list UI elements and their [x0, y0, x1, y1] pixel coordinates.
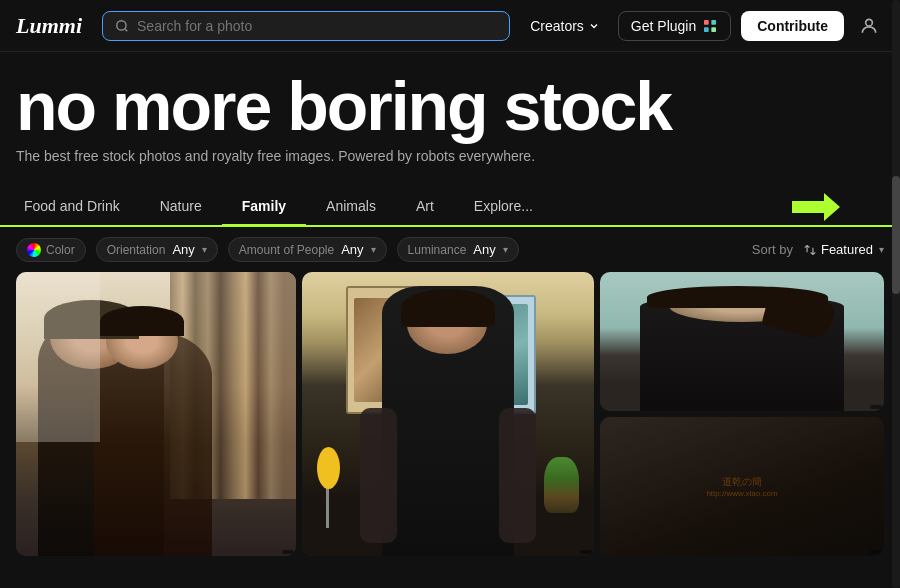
svg-rect-3 — [712, 20, 717, 25]
photo-watermark-4 — [870, 550, 882, 554]
color-circle-icon — [27, 243, 41, 257]
scrollbar-thumb[interactable] — [892, 176, 900, 294]
scrollbar[interactable] — [892, 0, 900, 588]
green-arrow — [792, 193, 840, 221]
hero-subtitle: The best free stock photos and royalty f… — [16, 148, 884, 164]
tab-food-drink[interactable]: Food and Drink — [4, 188, 140, 227]
svg-rect-5 — [712, 27, 717, 32]
right-column: 道乾の簡 http://www.xlao.com — [600, 272, 884, 556]
tab-animals[interactable]: Animals — [306, 188, 396, 227]
user-icon[interactable] — [854, 11, 884, 41]
people-filter[interactable]: Amount of People Any ▾ — [228, 237, 387, 262]
svg-line-1 — [125, 28, 128, 31]
plugin-icon — [702, 18, 718, 34]
hero-title: no more boring stock — [16, 72, 884, 140]
photo-watermark-1 — [282, 550, 294, 554]
logo[interactable]: Lummi — [16, 13, 82, 39]
svg-point-6 — [866, 19, 873, 26]
svg-rect-4 — [704, 27, 709, 32]
tab-art[interactable]: Art — [396, 188, 454, 227]
chevron-down-icon — [588, 20, 600, 32]
photo-watermark-2 — [580, 550, 592, 554]
get-plugin-button[interactable]: Get Plugin — [618, 11, 731, 41]
orientation-filter[interactable]: Orientation Any ▾ — [96, 237, 218, 262]
sort-arrows-icon — [803, 243, 817, 257]
svg-marker-7 — [792, 193, 840, 221]
search-icon — [115, 19, 129, 33]
tab-explore[interactable]: Explore... — [454, 188, 553, 227]
contribute-button[interactable]: Contribute — [741, 11, 844, 41]
nav-right: Creators Get Plugin Contribute — [522, 11, 884, 41]
category-tabs: Food and Drink Nature Family Animals Art… — [0, 188, 900, 227]
tab-nature[interactable]: Nature — [140, 188, 222, 227]
tab-family[interactable]: Family — [222, 188, 306, 227]
sort-by-label: Sort by — [752, 242, 793, 257]
photo-card-3[interactable] — [600, 272, 884, 411]
people-value: Any — [341, 242, 363, 257]
hero-section: no more boring stock The best free stock… — [0, 52, 900, 188]
luminance-filter[interactable]: Luminance Any ▾ — [397, 237, 519, 262]
creators-button[interactable]: Creators — [522, 12, 608, 40]
orientation-value: Any — [172, 242, 194, 257]
photo-watermark-3 — [870, 405, 882, 409]
photo-card-4[interactable]: 道乾の簡 http://www.xlao.com — [600, 417, 884, 556]
color-filter[interactable]: Color — [16, 238, 86, 262]
photo-card-2[interactable] — [302, 272, 594, 556]
arrow-icon — [792, 193, 840, 221]
sort-chevron-icon: ▾ — [879, 244, 884, 255]
sort-featured-button[interactable]: Featured ▾ — [803, 242, 884, 257]
luminance-chevron-icon: ▾ — [503, 244, 508, 255]
search-input[interactable] — [137, 18, 497, 34]
filters-bar: Color Orientation Any ▾ Amount of People… — [0, 227, 900, 272]
svg-rect-2 — [704, 20, 709, 25]
search-bar[interactable] — [102, 11, 510, 41]
people-chevron-icon: ▾ — [371, 244, 376, 255]
svg-point-0 — [117, 20, 126, 29]
photo-card-1[interactable] — [16, 272, 296, 556]
header: Lummi Creators Get Plugin Contribute — [0, 0, 900, 52]
photo-grid: 道乾の簡 http://www.xlao.com — [0, 272, 900, 556]
luminance-value: Any — [473, 242, 495, 257]
orientation-chevron-icon: ▾ — [202, 244, 207, 255]
